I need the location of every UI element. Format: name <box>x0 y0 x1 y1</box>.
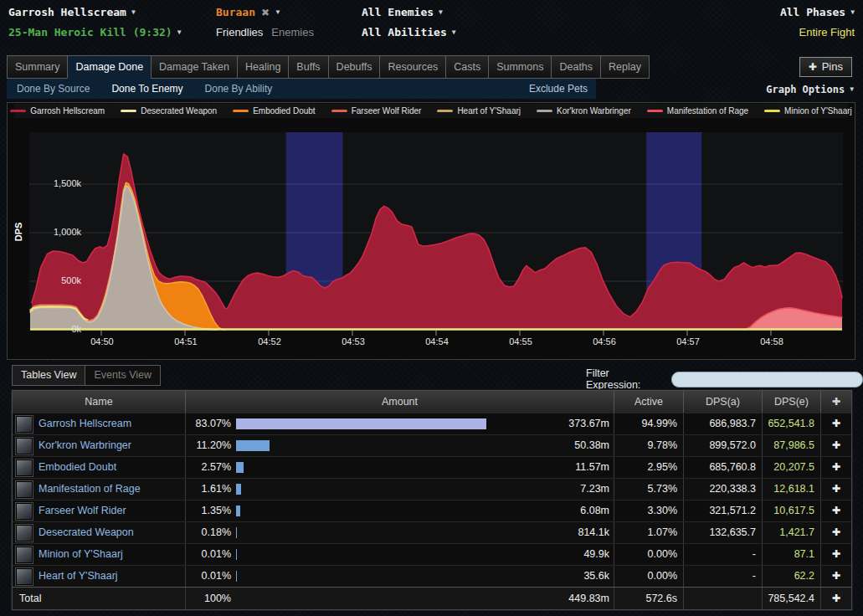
table-row[interactable]: Kor'kron Warbringer11.20%50.38m9.78%899,… <box>13 434 851 456</box>
column-header-name[interactable]: Name <box>13 391 186 413</box>
column-header-amount[interactable]: Amount <box>186 391 614 413</box>
table-row[interactable]: Heart of Y'Shaarj0.01%35.6k0.00%-62.2✚ <box>13 565 851 587</box>
plus-icon: ✚ <box>809 61 817 73</box>
npc-name-link[interactable]: Heart of Y'Shaarj <box>39 566 118 587</box>
close-icon[interactable]: ✖ <box>261 7 270 18</box>
subtab-done-by-source[interactable]: Done By Source <box>17 83 90 95</box>
column-header-add-pin[interactable]: ✚ <box>821 391 851 413</box>
x-axis-label: 04:50 <box>77 336 127 346</box>
tab-deaths[interactable]: Deaths <box>551 55 601 79</box>
tab-damage-taken[interactable]: Damage Taken <box>151 55 238 79</box>
tab-resources[interactable]: Resources <box>379 55 446 79</box>
legend-item-heart-of-y-shaarj[interactable]: Heart of Y'Shaarj <box>437 106 521 116</box>
npc-name-link[interactable]: Minion of Y'Shaarj <box>39 544 123 565</box>
table-row[interactable]: Manifestation of Rage1.61%7.23m5.73%220,… <box>13 478 851 500</box>
subtab-done-by-ability[interactable]: Done By Ability <box>205 83 273 95</box>
entire-fight-selector[interactable]: Entire Fight <box>799 26 855 38</box>
damage-bar <box>236 506 240 516</box>
tab-summary[interactable]: Summary <box>7 55 68 79</box>
table-row[interactable]: Embodied Doubt2.57%11.57m2.95%685,760.82… <box>13 456 851 478</box>
npc-name-link[interactable]: Manifestation of Rage <box>39 479 141 500</box>
sub-tabs: Done By SourceDone To EnemyDone By Abili… <box>7 79 596 99</box>
table-total-row[interactable]: Total100%449.83m572.6s785,542.4✚ <box>13 587 851 609</box>
y-axis-label: 1,500k <box>28 178 81 188</box>
npc-name-link[interactable]: Desecrated Weapon <box>39 522 134 543</box>
y-axis-label: 0k <box>28 324 81 334</box>
all-abilities-label: All Abilities <box>362 26 447 38</box>
tab-casts[interactable]: Casts <box>445 55 489 79</box>
all-abilities-selector[interactable]: All Abilities▼ <box>362 26 456 38</box>
legend-item-embodied-doubt[interactable]: Embodied Doubt <box>233 106 316 116</box>
tab-tables-view[interactable]: Tables View <box>12 365 85 386</box>
damage-amount: 11.57m <box>575 457 609 478</box>
add-pin-button[interactable]: ✚ <box>821 501 851 521</box>
cell-name: Heart of Y'Shaarj <box>13 566 186 587</box>
legend-item-farseer-wolf-rider[interactable]: Farseer Wolf Rider <box>331 106 422 116</box>
boss-selector[interactable]: Garrosh Hellscream▼ <box>8 6 136 18</box>
legend-item-kor-kron-warbringer[interactable]: Kor'kron Warbringer <box>537 106 631 116</box>
dps-area-chart[interactable] <box>29 132 843 336</box>
player-filter[interactable]: Buraan✖▼ <box>216 6 281 18</box>
enemies-toggle[interactable]: Enemies <box>271 26 314 38</box>
all-phases-selector[interactable]: All Phases▼ <box>780 6 855 18</box>
cell-name: Garrosh Hellscream <box>13 413 186 434</box>
chevron-down-icon: ▼ <box>439 8 443 16</box>
damage-amount: 35.6k <box>583 566 609 587</box>
chevron-down-icon: ▼ <box>131 8 136 16</box>
cell-dpsa: 686,983.7 <box>684 413 763 434</box>
x-axis-label: 04:52 <box>244 336 295 346</box>
column-header-active[interactable]: Active <box>614 391 684 413</box>
legend-item-desecrated-weapon[interactable]: Desecrated Weapon <box>121 106 217 116</box>
friendlies-toggle[interactable]: Friendlies <box>216 26 263 38</box>
pins-button[interactable]: ✚Pins <box>799 57 852 77</box>
subtab-done-to-enemy[interactable]: Done To Enemy <box>111 83 182 95</box>
table-row[interactable]: Minion of Y'Shaarj0.01%49.9k0.00%-87.1✚ <box>13 543 851 565</box>
tab-events-view[interactable]: Events View <box>85 365 161 386</box>
table-row[interactable]: Desecrated Weapon0.18%814.1k1.07%132,635… <box>13 521 851 543</box>
add-pin-button[interactable]: ✚ <box>821 588 851 609</box>
tab-debuffs[interactable]: Debuffs <box>328 55 381 79</box>
tab-replay[interactable]: Replay <box>600 55 650 79</box>
damage-amount: 50.38m <box>574 435 609 456</box>
tab-healing[interactable]: Healing <box>237 55 289 79</box>
npc-name-link[interactable]: Garrosh Hellscream <box>39 413 131 434</box>
legend-item-garrosh-hellscream[interactable]: Garrosh Hellscream <box>10 106 105 116</box>
npc-name-link[interactable]: Embodied Doubt <box>39 457 116 478</box>
filter-expression-input[interactable] <box>671 372 863 388</box>
add-pin-button[interactable]: ✚ <box>821 457 851 478</box>
cell-active: 572.6s <box>614 588 684 609</box>
chevron-down-icon: ▼ <box>850 8 855 16</box>
cell-amount: 100%449.83m <box>186 588 614 609</box>
npc-name-link[interactable]: Kor'kron Warbringer <box>39 435 131 456</box>
legend-item-minion-of-y-shaarj[interactable]: Minion of Y'Shaarj <box>764 106 852 116</box>
table-row[interactable]: Farseer Wolf Rider1.35%6.08m3.30%321,571… <box>13 500 851 521</box>
damage-amount: 6.08m <box>580 501 609 521</box>
damage-percent: 1.61% <box>186 479 231 500</box>
add-pin-button[interactable]: ✚ <box>821 544 851 565</box>
npc-icon <box>16 547 33 563</box>
tab-damage-done[interactable]: Damage Done <box>67 55 152 79</box>
table-row[interactable]: Garrosh Hellscream83.07%373.67m94.99%686… <box>13 413 851 434</box>
damage-percent: 2.57% <box>186 457 231 478</box>
exclude-pets-toggle[interactable]: Exclude Pets <box>529 83 588 95</box>
column-header-dpsa[interactable]: DPS(a) <box>684 391 763 413</box>
add-pin-button[interactable]: ✚ <box>821 413 851 434</box>
npc-name-link[interactable]: Farseer Wolf Rider <box>39 501 126 521</box>
all-enemies-selector[interactable]: All Enemies▼ <box>362 6 443 18</box>
fight-selector[interactable]: 25-Man Heroic Kill (9:32)▼ <box>8 26 182 38</box>
tab-buffs[interactable]: Buffs <box>288 55 328 79</box>
tab-summons[interactable]: Summons <box>488 55 552 79</box>
cell-name: Total <box>13 588 186 609</box>
damage-bar <box>236 549 237 560</box>
add-pin-button[interactable]: ✚ <box>821 479 851 500</box>
npc-icon <box>16 481 33 498</box>
graph-options-dropdown[interactable]: Graph Options▼ <box>766 84 854 95</box>
cell-active: 2.95% <box>614 457 684 478</box>
cell-active: 3.30% <box>614 501 684 521</box>
add-pin-button[interactable]: ✚ <box>821 435 851 456</box>
legend-item-manifestation-of-rage[interactable]: Manifestation of Rage <box>647 106 748 116</box>
column-header-dpse[interactable]: DPS(e) <box>763 391 821 413</box>
cell-dpsa: 685,760.8 <box>684 457 763 478</box>
add-pin-button[interactable]: ✚ <box>821 566 851 587</box>
add-pin-button[interactable]: ✚ <box>821 522 851 543</box>
